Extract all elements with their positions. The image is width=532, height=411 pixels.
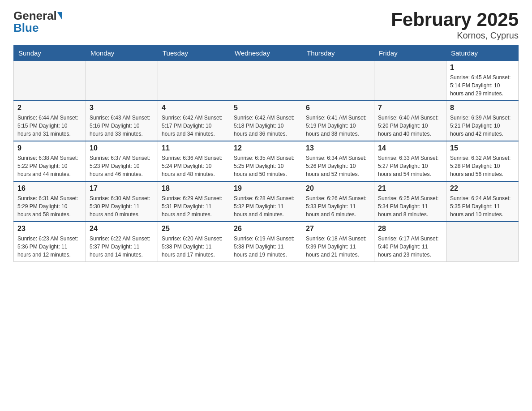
day-number: 28 xyxy=(378,225,442,233)
day-number: 5 xyxy=(234,104,298,112)
day-info: Sunrise: 6:32 AM Sunset: 5:28 PM Dayligh… xyxy=(450,154,515,178)
calendar-cell: 20Sunrise: 6:26 AM Sunset: 5:33 PM Dayli… xyxy=(302,181,374,222)
day-info: Sunrise: 6:24 AM Sunset: 5:35 PM Dayligh… xyxy=(450,194,515,218)
calendar-week-row: 1Sunrise: 6:45 AM Sunset: 5:14 PM Daylig… xyxy=(14,61,519,101)
calendar-cell: 14Sunrise: 6:33 AM Sunset: 5:27 PM Dayli… xyxy=(374,141,446,181)
day-number: 12 xyxy=(234,144,298,152)
calendar-week-row: 23Sunrise: 6:23 AM Sunset: 5:36 PM Dayli… xyxy=(14,222,519,262)
day-info: Sunrise: 6:43 AM Sunset: 5:16 PM Dayligh… xyxy=(90,114,154,138)
calendar-subtitle: Kornos, Cyprus xyxy=(391,30,519,41)
calendar-cell: 21Sunrise: 6:25 AM Sunset: 5:34 PM Dayli… xyxy=(374,181,446,222)
day-of-week-header: Thursday xyxy=(302,46,374,61)
day-number: 9 xyxy=(17,144,82,152)
day-info: Sunrise: 6:19 AM Sunset: 5:38 PM Dayligh… xyxy=(234,235,298,259)
calendar-cell: 9Sunrise: 6:38 AM Sunset: 5:22 PM Daylig… xyxy=(14,141,86,181)
day-number: 26 xyxy=(234,225,298,233)
calendar-cell: 13Sunrise: 6:34 AM Sunset: 5:26 PM Dayli… xyxy=(302,141,374,181)
calendar-header-row: SundayMondayTuesdayWednesdayThursdayFrid… xyxy=(14,46,519,61)
day-info: Sunrise: 6:34 AM Sunset: 5:26 PM Dayligh… xyxy=(306,154,370,178)
calendar-week-row: 9Sunrise: 6:38 AM Sunset: 5:22 PM Daylig… xyxy=(14,141,519,181)
calendar-week-row: 2Sunrise: 6:44 AM Sunset: 5:15 PM Daylig… xyxy=(14,101,519,141)
day-of-week-header: Friday xyxy=(374,46,446,61)
calendar-cell xyxy=(374,61,446,101)
calendar-cell xyxy=(14,61,86,101)
calendar-cell: 2Sunrise: 6:44 AM Sunset: 5:15 PM Daylig… xyxy=(14,101,86,141)
calendar-cell xyxy=(230,61,302,101)
calendar-cell: 6Sunrise: 6:41 AM Sunset: 5:19 PM Daylig… xyxy=(302,101,374,141)
calendar-cell xyxy=(158,61,230,101)
calendar-cell: 16Sunrise: 6:31 AM Sunset: 5:29 PM Dayli… xyxy=(14,181,86,222)
calendar-cell xyxy=(446,222,519,262)
day-number: 3 xyxy=(90,104,154,112)
day-number: 10 xyxy=(90,144,154,152)
calendar-cell: 27Sunrise: 6:18 AM Sunset: 5:39 PM Dayli… xyxy=(302,222,374,262)
day-of-week-header: Monday xyxy=(86,46,158,61)
day-number: 1 xyxy=(450,64,515,72)
day-number: 14 xyxy=(378,144,442,152)
calendar-cell: 12Sunrise: 6:35 AM Sunset: 5:25 PM Dayli… xyxy=(230,141,302,181)
calendar-cell: 19Sunrise: 6:28 AM Sunset: 5:32 PM Dayli… xyxy=(230,181,302,222)
day-info: Sunrise: 6:45 AM Sunset: 5:14 PM Dayligh… xyxy=(450,73,515,98)
calendar-cell: 7Sunrise: 6:40 AM Sunset: 5:20 PM Daylig… xyxy=(374,101,446,141)
day-info: Sunrise: 6:40 AM Sunset: 5:20 PM Dayligh… xyxy=(378,114,442,138)
day-number: 25 xyxy=(162,225,226,233)
calendar-cell: 3Sunrise: 6:43 AM Sunset: 5:16 PM Daylig… xyxy=(86,101,158,141)
calendar-cell: 1Sunrise: 6:45 AM Sunset: 5:14 PM Daylig… xyxy=(446,61,519,101)
day-info: Sunrise: 6:44 AM Sunset: 5:15 PM Dayligh… xyxy=(17,114,82,138)
day-info: Sunrise: 6:22 AM Sunset: 5:37 PM Dayligh… xyxy=(90,235,154,259)
day-number: 4 xyxy=(162,104,226,112)
day-info: Sunrise: 6:31 AM Sunset: 5:29 PM Dayligh… xyxy=(17,194,82,218)
day-number: 8 xyxy=(450,104,515,112)
calendar-cell: 15Sunrise: 6:32 AM Sunset: 5:28 PM Dayli… xyxy=(446,141,519,181)
day-info: Sunrise: 6:20 AM Sunset: 5:38 PM Dayligh… xyxy=(162,235,226,259)
day-number: 16 xyxy=(17,184,82,193)
day-info: Sunrise: 6:35 AM Sunset: 5:25 PM Dayligh… xyxy=(234,154,298,178)
day-info: Sunrise: 6:37 AM Sunset: 5:23 PM Dayligh… xyxy=(90,154,154,178)
day-number: 13 xyxy=(306,144,370,152)
day-number: 20 xyxy=(306,184,370,193)
day-number: 11 xyxy=(162,144,226,152)
day-number: 18 xyxy=(162,184,226,193)
day-number: 15 xyxy=(450,144,515,152)
calendar-week-row: 16Sunrise: 6:31 AM Sunset: 5:29 PM Dayli… xyxy=(14,181,519,222)
title-block: February 2025 Kornos, Cyprus xyxy=(391,9,519,41)
day-number: 7 xyxy=(378,104,442,112)
calendar-cell: 4Sunrise: 6:42 AM Sunset: 5:17 PM Daylig… xyxy=(158,101,230,141)
day-info: Sunrise: 6:30 AM Sunset: 5:30 PM Dayligh… xyxy=(90,194,154,218)
day-number: 23 xyxy=(17,225,82,233)
day-info: Sunrise: 6:42 AM Sunset: 5:18 PM Dayligh… xyxy=(234,114,298,138)
day-number: 27 xyxy=(306,225,370,233)
day-number: 24 xyxy=(90,225,154,233)
calendar-cell: 18Sunrise: 6:29 AM Sunset: 5:31 PM Dayli… xyxy=(158,181,230,222)
logo: General Blue xyxy=(13,9,62,35)
calendar-table: SundayMondayTuesdayWednesdayThursdayFrid… xyxy=(13,45,519,262)
day-info: Sunrise: 6:23 AM Sunset: 5:36 PM Dayligh… xyxy=(17,235,82,259)
calendar-cell: 22Sunrise: 6:24 AM Sunset: 5:35 PM Dayli… xyxy=(446,181,519,222)
day-of-week-header: Tuesday xyxy=(158,46,230,61)
calendar-cell: 23Sunrise: 6:23 AM Sunset: 5:36 PM Dayli… xyxy=(14,222,86,262)
day-info: Sunrise: 6:39 AM Sunset: 5:21 PM Dayligh… xyxy=(450,114,515,138)
day-info: Sunrise: 6:36 AM Sunset: 5:24 PM Dayligh… xyxy=(162,154,226,178)
day-of-week-header: Saturday xyxy=(446,46,519,61)
day-info: Sunrise: 6:17 AM Sunset: 5:40 PM Dayligh… xyxy=(378,235,442,259)
page-header: General Blue February 2025 Kornos, Cypru… xyxy=(13,9,519,41)
calendar-title: February 2025 xyxy=(391,9,519,30)
day-info: Sunrise: 6:33 AM Sunset: 5:27 PM Dayligh… xyxy=(378,154,442,178)
calendar-cell: 10Sunrise: 6:37 AM Sunset: 5:23 PM Dayli… xyxy=(86,141,158,181)
day-of-week-header: Sunday xyxy=(14,46,86,61)
calendar-cell: 11Sunrise: 6:36 AM Sunset: 5:24 PM Dayli… xyxy=(158,141,230,181)
calendar-cell: 25Sunrise: 6:20 AM Sunset: 5:38 PM Dayli… xyxy=(158,222,230,262)
calendar-cell: 8Sunrise: 6:39 AM Sunset: 5:21 PM Daylig… xyxy=(446,101,519,141)
day-number: 19 xyxy=(234,184,298,193)
day-number: 17 xyxy=(90,184,154,193)
day-info: Sunrise: 6:26 AM Sunset: 5:33 PM Dayligh… xyxy=(306,194,370,218)
day-info: Sunrise: 6:42 AM Sunset: 5:17 PM Dayligh… xyxy=(162,114,226,138)
day-info: Sunrise: 6:29 AM Sunset: 5:31 PM Dayligh… xyxy=(162,194,226,218)
day-info: Sunrise: 6:41 AM Sunset: 5:19 PM Dayligh… xyxy=(306,114,370,138)
day-info: Sunrise: 6:18 AM Sunset: 5:39 PM Dayligh… xyxy=(306,235,370,259)
calendar-cell: 24Sunrise: 6:22 AM Sunset: 5:37 PM Dayli… xyxy=(86,222,158,262)
calendar-cell: 26Sunrise: 6:19 AM Sunset: 5:38 PM Dayli… xyxy=(230,222,302,262)
day-of-week-header: Wednesday xyxy=(230,46,302,61)
calendar-cell: 17Sunrise: 6:30 AM Sunset: 5:30 PM Dayli… xyxy=(86,181,158,222)
day-info: Sunrise: 6:38 AM Sunset: 5:22 PM Dayligh… xyxy=(17,154,82,178)
